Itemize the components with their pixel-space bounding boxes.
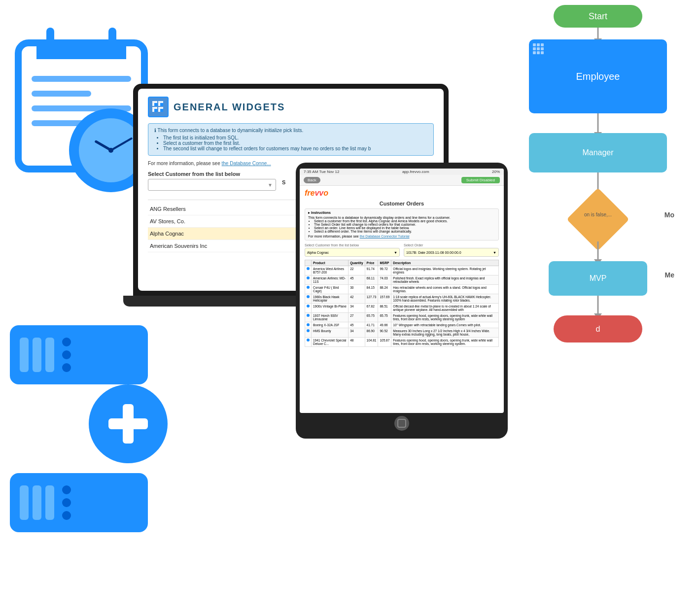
gw-instruction-3: The second list will change to reflect o… <box>163 146 427 151</box>
gw-info-text: ℹ This form connects to a database to dy… <box>154 128 427 133</box>
flow-mvp-label: MVP <box>590 274 607 283</box>
frevvo-page-title: Customer Orders <box>305 201 499 206</box>
tablet-battery: 20% <box>492 170 500 174</box>
server-dot-2 <box>62 350 71 359</box>
server-dot-4 <box>62 485 71 494</box>
frevvo-order-label: Select Order <box>404 243 499 247</box>
flow-decision-wrap <box>576 197 620 241</box>
frevvo-content: Customer Orders ▸ Instructions This form… <box>300 198 504 350</box>
frevvo-db-link[interactable]: For more information, please see the Dat… <box>308 235 495 238</box>
table-row: 1900s Vintage Bi-Plane 34 67.82 88.51 Of… <box>305 304 499 313</box>
gw-title: General Widgets <box>174 102 285 113</box>
server-slot-5 <box>33 485 41 520</box>
server-dot-1 <box>62 338 71 346</box>
server-slot-1 <box>20 338 29 372</box>
grid-icon <box>533 43 544 54</box>
tablet-mockup: 7:35 AM Tue Nov 12 app.frevvo.com 20% Ba… <box>296 163 508 439</box>
tablet-home-button[interactable] <box>394 416 409 431</box>
flow-mo-label: Mo <box>664 211 674 219</box>
table-row: American Airlines: MD-11S 45 68.11 74.03… <box>305 275 499 285</box>
frevvo-logo: frevvo <box>305 189 499 198</box>
gw-instruction-1: The first list is initialized from SQL. <box>163 135 427 140</box>
gw-db-link[interactable]: the Database Conne... <box>222 161 271 166</box>
tablet-url: app.frevvo.com <box>402 170 429 174</box>
col-header-msrp: MSRP <box>378 260 391 266</box>
flow-me-label: Me <box>665 271 674 279</box>
col-header-product: Product <box>312 260 349 266</box>
tablet-time: 7:35 AM Tue Nov 12 <box>304 170 340 174</box>
frevvo-back-button[interactable]: Back <box>304 177 320 183</box>
calendar-top-bar <box>36 39 126 59</box>
col-header-qty: Quantity <box>349 260 365 266</box>
svg-rect-5 <box>160 103 163 106</box>
svg-rect-7 <box>160 109 163 112</box>
frevvo-customer-label: Select Customer from the list below <box>305 243 400 247</box>
tablet-status-bar: 7:35 AM Tue Nov 12 app.frevvo.com 20% <box>300 169 504 175</box>
table-row: Corsair F4U ( Bird Cage) 30 84.15 88.24 … <box>305 285 499 294</box>
frevvo-instructions-box: ▸ Instructions This form connects to a d… <box>305 208 499 240</box>
gw-logo <box>148 97 169 117</box>
server-dot-3 <box>62 363 71 372</box>
plus-icon <box>89 384 168 463</box>
gw-select-customer[interactable]: ▼ <box>148 179 276 191</box>
clock-minute-hand <box>110 137 133 151</box>
server-dot-6 <box>62 511 71 520</box>
flow-start-label: Start <box>589 11 607 22</box>
server-slot-3 <box>45 338 54 372</box>
server-group <box>10 325 177 601</box>
flow-employee-node: Employee <box>529 39 667 113</box>
frevvo-instr-1: Select a customer from the first list. A… <box>314 219 495 223</box>
clock-hour-hand <box>94 140 111 151</box>
server-unit-bottom <box>10 473 148 532</box>
frevvo-instr-2: The Select Order list will change to ref… <box>314 223 495 226</box>
frevvo-instr-3: Select an order. Line items will be disp… <box>314 226 495 230</box>
cal-line-2 <box>32 91 91 97</box>
server-slot-6 <box>45 485 54 520</box>
table-row: America West Airlines B757-200 22 91.74 … <box>305 266 499 275</box>
cal-line-1 <box>32 76 131 82</box>
frevvo-select-row: Select Customer from the list below Alph… <box>305 243 499 257</box>
table-row: 1937 Horch 930V Limousine 27 65.75 65.75… <box>305 313 499 322</box>
flow-conn-5 <box>597 296 599 315</box>
plus-vertical <box>123 404 134 444</box>
flow-end-label: d <box>596 325 600 334</box>
table-row: HMS Bounty 34 86.90 90.52 Measures 30 In… <box>305 328 499 338</box>
gw-select-label: Select Customer from the list below <box>148 171 276 177</box>
svg-rect-4 <box>154 103 157 106</box>
table-row: 1980s Black Hawk Helicopter 42 127.73 15… <box>305 294 499 304</box>
flow-conn-4 <box>597 241 599 261</box>
frevvo-submit-button[interactable]: Submit Disabled <box>461 177 500 183</box>
server-slot-4 <box>20 485 29 520</box>
svg-rect-6 <box>154 109 157 112</box>
flow-conn-2 <box>597 113 599 134</box>
gw-instruction-2: Select a customer from the first list. <box>163 140 427 146</box>
frevvo-nav-bar: Back Submit Disabled <box>300 175 504 186</box>
flow-mvp-node: MVP <box>549 261 647 296</box>
server-slot-2 <box>33 338 41 372</box>
frevvo-orders-table: Product Quantity Price MSRP Description … <box>305 260 499 347</box>
server-unit-top <box>10 325 148 384</box>
flowchart: Start Employee Manager on is false,... M… <box>512 0 684 394</box>
server-dot-5 <box>62 498 71 507</box>
frevvo-order-select[interactable]: 1017B: Date 2003-11-08 00:00:00.0 ▼ <box>404 248 499 257</box>
table-row: 1941 Chevrolet Special Deluxe C... 48 10… <box>305 338 499 347</box>
flow-employee-label: Employee <box>576 71 620 82</box>
tablet-home-icon <box>397 419 406 428</box>
flow-decision-label: on is false,... <box>584 212 612 217</box>
table-row: Boeing X-32A JSF 45 41.71 49.66 10" Wing… <box>305 322 499 328</box>
flow-manager-node: Manager <box>529 133 667 172</box>
col-header-price: Price <box>365 260 378 266</box>
tablet-screen: 7:35 AM Tue Nov 12 app.frevvo.com 20% Ba… <box>300 169 504 413</box>
col-header-desc: Description <box>391 260 499 266</box>
frevvo-instr-4: Select a different order. The line items… <box>314 230 495 233</box>
frevvo-customer-select[interactable]: Alpha Cognac ▼ <box>305 248 400 257</box>
flow-manager-label: Manager <box>582 148 613 157</box>
col-header-icon <box>305 260 312 266</box>
frevvo-logo-area: frevvo <box>300 186 504 198</box>
flow-start-node: Start <box>554 5 642 28</box>
flow-end-node: d <box>554 315 642 342</box>
frevvo-instruction-text: This form connects to a database to dyna… <box>308 216 495 219</box>
gw-info-box: ℹ This form connects to a database to dy… <box>148 123 434 156</box>
